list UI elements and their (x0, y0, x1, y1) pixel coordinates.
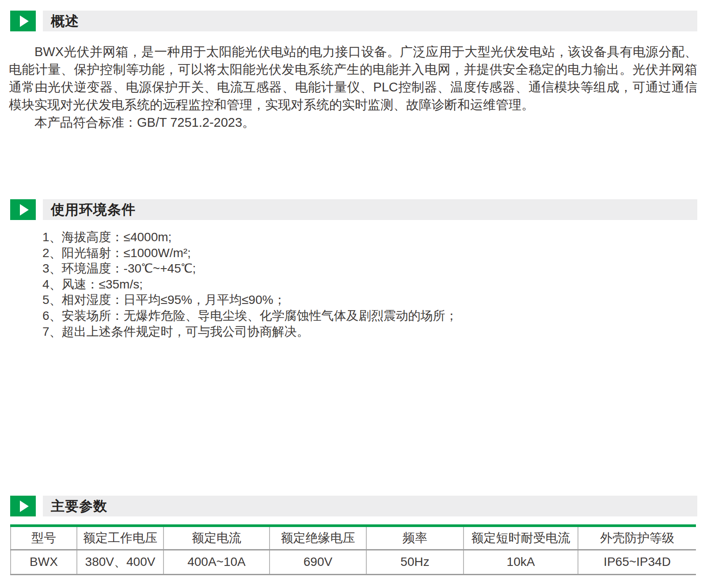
standard-compliance-line: 本产品符合标准：GB/T 7251.2-2023。 (9, 114, 697, 131)
overview-paragraph: BWX光伏并网箱，是一种用于太阳能光伏电站的电力接口设备。广泛应用于大型光伏发电… (9, 43, 697, 114)
list-item: 6、安装场所：无爆炸危险、导电尘埃、化学腐蚀性气体及剧烈震动的场所； (42, 308, 689, 324)
green-marker (10, 199, 36, 220)
section-title-bar: 概述 (43, 11, 697, 31)
column-header: 额定工作电压 (77, 526, 163, 550)
overview-text-block: BWX光伏并网箱，是一种用于太阳能光伏电站的电力接口设备。广泛应用于大型光伏发电… (9, 43, 697, 131)
play-triangle-icon (20, 15, 29, 27)
play-triangle-icon (20, 501, 29, 512)
section-header-environment: 使用环境条件 (10, 199, 697, 220)
param-value-rated-working-voltage: 380V、400V (77, 550, 163, 574)
section-title-bar: 主要参数 (43, 496, 697, 516)
section-title-environment: 使用环境条件 (51, 201, 136, 219)
parameters-table: 型号 额定工作电压 额定电流 额定绝缘电压 频率 额定短时耐受电流 外壳防护等级… (10, 524, 696, 575)
list-item: 4、风速：≤35m/s; (42, 277, 689, 292)
column-header: 额定绝缘电压 (270, 526, 366, 550)
param-value-frequency: 50Hz (366, 550, 464, 574)
section-title-overview: 概述 (51, 12, 79, 30)
param-value-ip-rating: IP65~IP34D (578, 550, 696, 574)
param-value-model: BWX (11, 550, 77, 574)
list-item: 3、环境温度：-30℃~+45℃; (42, 261, 689, 277)
list-item: 5、相对湿度：日平均≤95%，月平均≤90%； (42, 292, 689, 308)
column-header: 外壳防护等级 (578, 526, 696, 550)
param-value-rated-insulation-voltage: 690V (270, 550, 366, 574)
column-header: 额定电流 (163, 526, 270, 550)
list-item: 2、阳光辐射：≤1000W/m²; (42, 245, 689, 261)
table-header-row: 型号 额定工作电压 额定电流 额定绝缘电压 频率 额定短时耐受电流 外壳防护等级 (11, 526, 696, 550)
list-item: 1、海拔高度：≤4000m; (42, 229, 689, 245)
list-item: 7、超出上述条件规定时，可与我公司协商解决。 (42, 324, 689, 340)
section-title-parameters: 主要参数 (51, 497, 107, 516)
column-header: 额定短时耐受电流 (464, 526, 578, 550)
section-header-overview: 概述 (10, 11, 697, 31)
environment-conditions-list: 1、海拔高度：≤4000m; 2、阳光辐射：≤1000W/m²; 3、环境温度：… (42, 229, 689, 339)
table-row: BWX 380V、400V 400A~10A 690V 50Hz 10kA IP… (11, 550, 696, 574)
play-triangle-icon (20, 204, 29, 216)
green-marker (10, 11, 36, 31)
param-value-short-time-withstand-current: 10kA (464, 550, 578, 574)
section-title-bar: 使用环境条件 (43, 199, 697, 220)
param-value-rated-current: 400A~10A (163, 550, 270, 574)
column-header: 型号 (11, 526, 77, 550)
column-header: 频率 (366, 526, 464, 550)
green-marker (10, 496, 36, 516)
section-header-parameters: 主要参数 (10, 496, 697, 516)
